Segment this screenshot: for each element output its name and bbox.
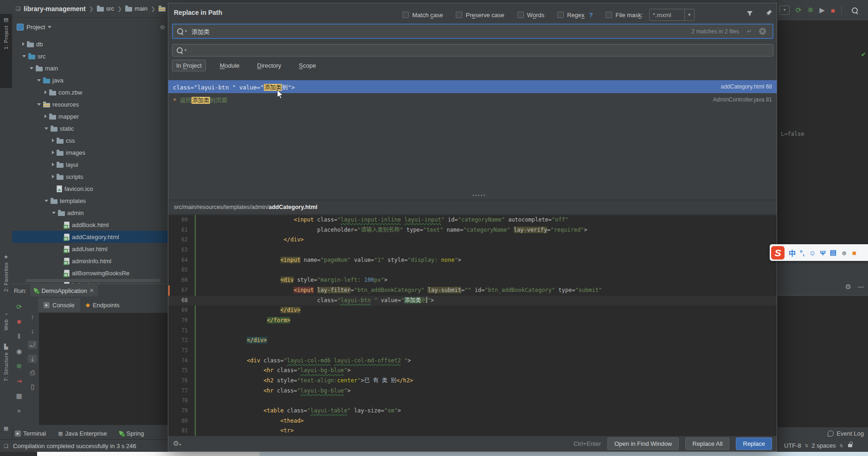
close-icon[interactable]: ✕	[89, 287, 94, 294]
search-option[interactable]: Preserve case	[456, 12, 504, 19]
stop-icon[interactable]: ■	[14, 317, 24, 326]
tree-horizontal-scrollbar[interactable]	[26, 279, 160, 282]
breadcrumb-src[interactable]: src	[97, 5, 114, 12]
chevron-right-icon[interactable]	[45, 114, 47, 118]
java-enterprise-button[interactable]: ▦Java Enterprise	[58, 430, 107, 437]
checkbox-icon[interactable]	[456, 12, 462, 18]
tree-item-adminInfo-html[interactable]: adminInfo.html	[12, 255, 168, 267]
ime-skin-icon[interactable]: ■	[852, 249, 856, 257]
debug-icon[interactable]: ❊	[808, 6, 814, 14]
up-stacktrace-icon[interactable]: ↑	[28, 313, 37, 321]
indent-widget[interactable]: 2 spaces	[811, 442, 836, 449]
screenshot-icon[interactable]: ◉	[14, 347, 24, 355]
chevron-down-icon[interactable]	[22, 55, 26, 57]
pin-icon[interactable]	[766, 9, 773, 18]
chevron-down-icon[interactable]	[52, 212, 56, 214]
clear-search-icon[interactable]: ✕	[759, 28, 766, 35]
minimize-icon[interactable]: —	[858, 283, 864, 290]
checkbox-icon[interactable]	[557, 12, 564, 18]
run-config-tab[interactable]: DemoApplication ✕	[30, 285, 97, 297]
breadcrumb-project[interactable]: library-management	[24, 5, 86, 13]
chevron-right-icon[interactable]	[52, 151, 54, 154]
splitter-handle[interactable]: •••••	[472, 192, 486, 198]
chevron-down-icon[interactable]	[48, 26, 51, 28]
scope-chip[interactable]: In Project	[172, 60, 206, 71]
tool-window-tab-web[interactable]: ◔ Web	[0, 311, 12, 330]
tree-item-addUser-html[interactable]: addUser.html	[12, 243, 168, 255]
soft-wrap-icon[interactable]: ⤾	[28, 341, 37, 349]
scroll-to-end-icon[interactable]: ⤓	[28, 355, 37, 363]
replace-button[interactable]: Replace	[736, 437, 772, 450]
sogou-logo-icon[interactable]: S	[771, 246, 785, 260]
checkbox-icon[interactable]	[402, 12, 409, 18]
pause-icon[interactable]: ‖	[14, 332, 24, 341]
chevron-down-icon[interactable]	[37, 103, 41, 106]
chevron-down-icon[interactable]: ▼	[184, 48, 187, 52]
tool-window-tab-structure[interactable]: ▙ 7: Structure	[0, 344, 12, 381]
run-icon[interactable]: ⟳	[796, 6, 802, 14]
tree-item-layui[interactable]: layui	[12, 158, 168, 171]
collapse-panel-icon[interactable]: ⊖	[160, 24, 165, 31]
chevron-right-icon[interactable]	[52, 139, 54, 142]
chevron-right-icon[interactable]	[52, 163, 54, 166]
tree-item-allBorrowingBooksRe[interactable]: allBorrowingBooksRe	[12, 267, 168, 279]
settings-gear-icon[interactable]: ⚙▾	[173, 439, 181, 448]
tree-item-com-zbw[interactable]: com.zbw	[12, 86, 168, 98]
search-option[interactable]: Match case	[402, 12, 443, 19]
more-icon[interactable]: »	[14, 406, 24, 415]
tab-console[interactable]: ▸Console	[38, 298, 80, 312]
scope-chip[interactable]: Scope	[295, 60, 320, 71]
code-preview[interactable]: 60<input class="layui-input-inline layui…	[168, 215, 777, 436]
spring-button[interactable]: Spring	[119, 430, 144, 437]
tool-window-tab-favorites[interactable]: ★ 2: Favorites	[0, 254, 12, 291]
tree-item-templates[interactable]: templates	[12, 195, 168, 207]
tree-item-addBook-html[interactable]: addBook.html	[12, 219, 168, 231]
replace-all-button[interactable]: Replace All	[685, 437, 729, 450]
tool-windows-toggle-icon[interactable]: ▦	[0, 425, 12, 431]
tab-endpoints[interactable]: ◆Endpoints	[80, 298, 125, 312]
run-config-combo-icon[interactable]: ▾	[779, 6, 790, 15]
gear-icon[interactable]: ⚙	[845, 283, 851, 291]
scope-chip[interactable]: Module	[216, 60, 243, 71]
chevron-right-icon[interactable]	[45, 90, 47, 94]
ime-punctuation-icon[interactable]: °‚	[800, 249, 804, 257]
chevron-right-icon[interactable]	[22, 42, 25, 46]
replace-input[interactable]: ▼	[172, 44, 773, 57]
checkbox-icon[interactable]	[517, 12, 524, 18]
chevron-right-icon[interactable]	[52, 175, 54, 178]
search-input[interactable]: ▼ 添加类 2 matches in 2 files ↵ ✕	[172, 24, 773, 39]
ime-person-icon[interactable]: ☻	[841, 249, 848, 257]
exit-icon[interactable]: ⇥	[14, 377, 24, 385]
tree-item-scripts[interactable]: scripts	[12, 171, 168, 183]
tree-item-src[interactable]: src	[12, 50, 168, 62]
lock-icon[interactable]	[848, 444, 852, 447]
editor-background[interactable]: L=false ✔	[778, 20, 868, 244]
project-view-title[interactable]: Project	[26, 24, 45, 31]
stop-icon[interactable]: ■	[831, 6, 835, 14]
tree-item-admin[interactable]: admin	[12, 207, 168, 219]
ime-emoji-icon[interactable]: ☺	[809, 249, 816, 257]
ime-mic-icon[interactable]: Ψ	[820, 249, 826, 257]
chevron-down-icon[interactable]	[45, 200, 48, 202]
scope-chip[interactable]: Directory	[254, 60, 285, 71]
ime-chinese-mode-icon[interactable]: 中	[789, 248, 796, 258]
clear-console-icon[interactable]: ▯	[28, 382, 37, 391]
regex-help-link[interactable]: ?	[589, 12, 593, 19]
file-mask-combo[interactable]: *.mxml▼	[649, 9, 695, 21]
tree-item-addCategory-html[interactable]: addCategory.html	[12, 231, 168, 243]
chevron-down-icon[interactable]	[30, 67, 33, 70]
chevron-down-icon[interactable]	[37, 79, 41, 82]
tree-item-images[interactable]: images	[12, 146, 168, 158]
down-stacktrace-icon[interactable]: ↓	[28, 327, 37, 335]
coverage-icon[interactable]: ▶	[819, 6, 825, 14]
ime-keyboard-icon[interactable]: ▤	[830, 248, 836, 257]
breadcrumb-main[interactable]: main	[125, 5, 147, 12]
terminal-button[interactable]: ▸Terminal	[15, 430, 46, 437]
console-output[interactable]	[39, 313, 168, 425]
inspections-ok-icon[interactable]: ✔	[861, 51, 866, 58]
result-row[interactable]: * 返回添加类别页面AdminController.java 81	[168, 93, 777, 106]
window-toggle-icon[interactable]: ❏	[4, 443, 8, 449]
tree-item-db[interactable]: db	[12, 38, 168, 50]
search-option[interactable]: Regex?	[557, 12, 593, 19]
search-everywhere-icon[interactable]	[852, 7, 858, 13]
